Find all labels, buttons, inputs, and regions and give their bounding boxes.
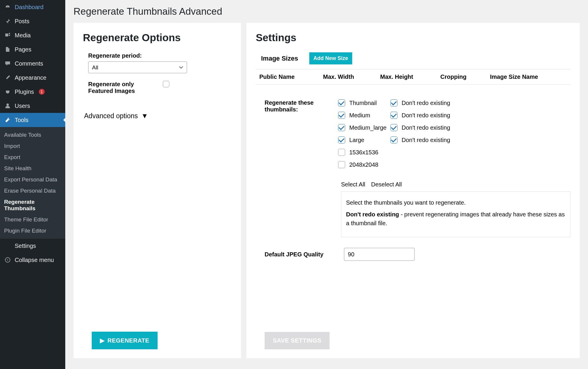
- dont-redo-checkbox-thumbnail[interactable]: [390, 99, 397, 106]
- page-title: Regenerate Thumbnails Advanced: [74, 6, 580, 17]
- regenerate-options-card: Regenerate Options Regenerate period: Al…: [74, 23, 241, 358]
- advanced-options-toggle[interactable]: Advanced options ▼: [84, 112, 232, 120]
- regenerate-button-label: REGENERATE: [108, 337, 149, 344]
- regenerate-period-label: Regenerate period:: [88, 52, 232, 59]
- sidebar-item-comments[interactable]: Comments: [0, 56, 65, 71]
- submenu-export-personal-data[interactable]: Export Personal Data: [0, 174, 65, 185]
- advanced-options-label: Advanced options: [84, 112, 138, 120]
- th-public-name: Public Name: [256, 70, 320, 84]
- plug-icon: [4, 88, 11, 95]
- select-links: Select All Deselect All: [341, 181, 570, 188]
- thumb-row-medium: Medium Don't redo existing: [338, 112, 450, 119]
- brush-icon: [4, 74, 11, 81]
- thumb-checkbox-large[interactable]: [338, 136, 345, 143]
- image-sizes-header: Image Sizes Add New Size: [261, 52, 570, 64]
- sidebar-item-appearance[interactable]: Appearance: [0, 71, 65, 85]
- select-all-link[interactable]: Select All: [341, 181, 365, 188]
- settings-title: Settings: [256, 32, 570, 44]
- info-box: Select the thumbnails you want to regene…: [341, 191, 570, 237]
- submenu-available-tools[interactable]: Available Tools: [0, 129, 65, 141]
- sidebar-item-label: Comments: [15, 60, 43, 67]
- sidebar-item-label: Collapse menu: [15, 257, 54, 263]
- plugins-update-badge: 1: [39, 89, 45, 95]
- info-line-1: Select the thumbnails you want to regene…: [346, 198, 565, 207]
- regenerate-thumbs-label: Regenerate these thumbnails:: [265, 99, 315, 168]
- thumbs-list: Thumbnail Don't redo existing Medium Don…: [338, 99, 450, 168]
- th-max-height: Max. Height: [377, 70, 437, 84]
- thumb-label: 2048x2048: [349, 161, 378, 168]
- svg-point-0: [6, 103, 9, 106]
- thumb-checkbox-thumbnail[interactable]: [338, 99, 345, 106]
- submenu-theme-file-editor[interactable]: Theme File Editor: [0, 214, 65, 225]
- main-content: Regenerate Thumbnails Advanced Regenerat…: [65, 0, 588, 369]
- jpeg-quality-row: Default JPEG Quality: [265, 248, 570, 261]
- collapse-icon: [4, 256, 11, 263]
- thumb-checkbox-2048[interactable]: [338, 161, 345, 168]
- sidebar-item-label: Tools: [15, 117, 29, 123]
- thumb-row-1536: 1536x1536: [338, 149, 450, 156]
- sidebar-item-label: Media: [15, 32, 31, 39]
- regenerate-period-select[interactable]: All: [88, 61, 187, 73]
- thumb-label: 1536x1536: [349, 149, 378, 156]
- tools-submenu: Available Tools Import Export Site Healt…: [0, 127, 65, 239]
- sidebar-item-users[interactable]: Users: [0, 99, 65, 113]
- sidebar-item-label: Pages: [15, 46, 31, 53]
- dont-redo-checkbox-medium-large[interactable]: [390, 124, 397, 131]
- sidebar-item-label: Dashboard: [15, 4, 44, 11]
- thumb-label: Thumbnail: [349, 100, 377, 106]
- thumb-label: Medium: [349, 112, 370, 119]
- sidebar-item-tools[interactable]: Tools: [0, 113, 65, 127]
- jpeg-quality-input[interactable]: [344, 248, 415, 261]
- settings-card: Settings Image Sizes Add New Size Public…: [246, 23, 580, 358]
- sidebar-item-label: Settings: [15, 243, 36, 249]
- sidebar-item-pages[interactable]: Pages: [0, 42, 65, 56]
- dont-redo-checkbox-medium[interactable]: [390, 112, 397, 119]
- submenu-import[interactable]: Import: [0, 141, 65, 152]
- sidebar-item-label: Posts: [15, 18, 29, 25]
- thumb-row-2048: 2048x2048: [338, 161, 450, 168]
- sidebar-item-posts[interactable]: Posts: [0, 14, 65, 28]
- admin-sidebar: Dashboard Posts Media Pages Comments App…: [0, 0, 65, 369]
- thumb-row-thumbnail: Thumbnail Don't redo existing: [338, 99, 450, 106]
- submenu-export[interactable]: Export: [0, 152, 65, 163]
- thumb-checkbox-1536[interactable]: [338, 149, 345, 156]
- add-new-size-button[interactable]: Add New Size: [309, 52, 352, 64]
- thumb-label: Medium_large: [349, 124, 387, 131]
- wrench-icon: [4, 116, 11, 123]
- dont-redo-label: Don't redo existing: [402, 112, 450, 119]
- thumb-row-medium-large: Medium_large Don't redo existing: [338, 124, 450, 131]
- gauge-icon: [4, 4, 11, 11]
- regenerate-thumbs-section: Regenerate these thumbnails: Thumbnail D…: [265, 99, 570, 168]
- media-icon: [4, 32, 11, 39]
- submenu-site-health[interactable]: Site Health: [0, 163, 65, 174]
- featured-only-row: Regenerate only Featured Images: [88, 81, 232, 94]
- thumb-checkbox-medium-large[interactable]: [338, 124, 345, 131]
- image-sizes-title: Image Sizes: [261, 55, 298, 62]
- deselect-all-link[interactable]: Deselect All: [371, 181, 402, 188]
- regenerate-period-group: Regenerate period: All: [88, 52, 232, 73]
- submenu-plugin-file-editor[interactable]: Plugin File Editor: [0, 225, 65, 236]
- jpeg-quality-label: Default JPEG Quality: [265, 251, 323, 258]
- dont-redo-label: Don't redo existing: [402, 137, 450, 143]
- sidebar-item-dashboard[interactable]: Dashboard: [0, 0, 65, 14]
- sidebar-item-collapse[interactable]: Collapse menu: [0, 253, 65, 267]
- thumb-row-large: Large Don't redo existing: [338, 136, 450, 143]
- featured-only-checkbox[interactable]: [163, 81, 169, 87]
- dont-redo-checkbox-large[interactable]: [390, 136, 397, 143]
- caret-down-icon: ▼: [141, 112, 148, 120]
- sidebar-item-media[interactable]: Media: [0, 28, 65, 42]
- dont-redo-label: Don't redo existing: [402, 124, 450, 131]
- submenu-regenerate-thumbnails[interactable]: Regenerate Thumbnails: [0, 196, 65, 214]
- user-icon: [4, 102, 11, 109]
- th-cropping: Cropping: [437, 70, 487, 84]
- sidebar-item-plugins[interactable]: Plugins 1: [0, 85, 65, 99]
- sidebar-item-label: Users: [15, 103, 30, 109]
- sidebar-item-settings[interactable]: Settings: [0, 239, 65, 253]
- th-image-size-name: Image Size Name: [487, 70, 570, 84]
- thumb-checkbox-medium[interactable]: [338, 112, 345, 119]
- regenerate-button[interactable]: ▶ REGENERATE: [92, 332, 158, 349]
- submenu-erase-personal-data[interactable]: Erase Personal Data: [0, 185, 65, 196]
- thumb-label: Large: [349, 137, 364, 143]
- save-settings-button[interactable]: SAVE SETTINGS: [265, 332, 330, 349]
- sidebar-item-label: Plugins: [15, 89, 34, 95]
